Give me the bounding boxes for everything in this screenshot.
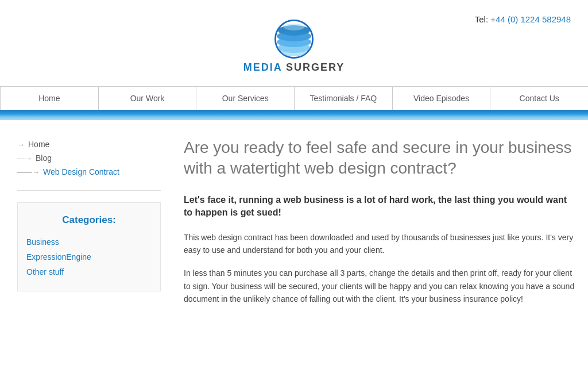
nav-bar: HomeOur WorkOur ServicesTestimonials / F…	[0, 86, 588, 110]
categories-box: Categories: BusinessExpressionEngineOthe…	[17, 202, 161, 291]
nav-item-home[interactable]: Home	[0, 87, 99, 110]
breadcrumb-item-1[interactable]: —→Blog	[17, 151, 161, 165]
breadcrumb-nav: →Home—→Blog——→Web Design Contract	[17, 137, 161, 191]
article-para-2: In less than 5 minutes you can purchase …	[184, 267, 577, 305]
header-stripe	[0, 110, 588, 120]
nav-item-testimonials[interactable]: Testimonials / FAQ	[294, 87, 393, 110]
article-heading: Are you ready to feel safe and secure in…	[184, 137, 577, 179]
logo-text: MEDIA SURGERY	[243, 62, 345, 74]
category-item-2[interactable]: Other stuff	[26, 264, 152, 279]
logo-area: MEDIA SURGERY	[132, 19, 456, 74]
tel-area: Tel: +44 (0) 1224 582948	[456, 11, 571, 24]
categories-title: Categories:	[26, 214, 152, 226]
category-item-1[interactable]: ExpressionEngine	[26, 249, 152, 264]
tel-label: Tel:	[475, 14, 488, 24]
svg-point-5	[281, 48, 307, 56]
sidebar: →Home—→Blog——→Web Design Contract Catego…	[17, 137, 172, 316]
category-item-0[interactable]: Business	[26, 235, 152, 249]
article-subheading: Let's face it, running a web business is…	[184, 194, 577, 220]
nav-item-contact-us[interactable]: Contact Us	[490, 87, 588, 110]
nav-item-our-work[interactable]: Our Work	[98, 87, 197, 110]
tel-number: +44 (0) 1224 582948	[490, 14, 571, 24]
svg-point-6	[284, 24, 304, 30]
logo-icon	[274, 19, 314, 59]
breadcrumb-item-0[interactable]: →Home	[17, 137, 161, 151]
logo-surgery: SURGERY	[282, 62, 345, 73]
page-wrapper: MEDIA SURGERY Tel: +44 (0) 1224 582948 H…	[0, 0, 588, 392]
nav-item-our-services[interactable]: Our Services	[196, 87, 295, 110]
header: MEDIA SURGERY Tel: +44 (0) 1224 582948	[0, 0, 588, 86]
content-area: →Home—→Blog——→Web Design Contract Catego…	[0, 120, 588, 328]
nav-item-video-episodes[interactable]: Video Episodes	[392, 87, 491, 110]
logo-media: MEDIA	[243, 62, 282, 73]
article-para-1: This web design contract has been downlo…	[184, 231, 577, 257]
main-content: Are you ready to feel safe and secure in…	[172, 137, 577, 316]
categories-list: BusinessExpressionEngineOther stuff	[26, 235, 152, 279]
breadcrumb-item-2[interactable]: ——→Web Design Contract	[17, 165, 161, 179]
